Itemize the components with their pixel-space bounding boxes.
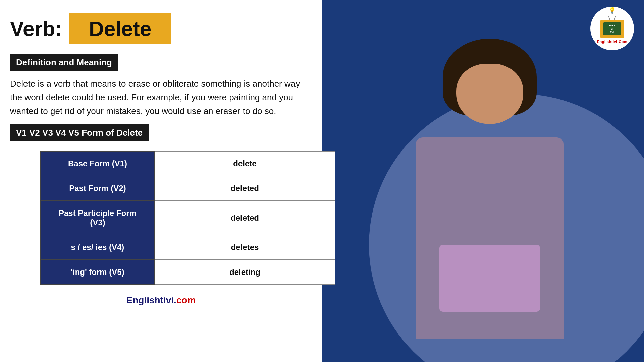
logo-circle: 💡 ENGLITVI Englishtivi.Com [590, 7, 634, 50]
form-value-cell: deleted [155, 201, 335, 235]
table-row: 'ing' form (V5)deleting [41, 260, 335, 285]
verb-word: Delete [89, 17, 151, 40]
antenna-right [614, 16, 616, 20]
student-face [456, 64, 523, 124]
form-label-cell: Past Form (V2) [41, 176, 155, 201]
student-body [416, 137, 564, 339]
antenna-left [608, 16, 610, 20]
form-label-cell: s / es/ ies (V4) [41, 235, 155, 260]
table-row: Past Form (V2)deleted [41, 176, 335, 201]
vforms-heading: V1 V2 V3 V4 V5 Form of Delete [10, 124, 149, 141]
right-panel: 💡 ENGLITVI Englishtivi.Com [322, 0, 644, 362]
table-row: Past Participle Form (V3)deleted [41, 201, 335, 235]
brand-dark: Englishtivi. [126, 295, 176, 305]
table-row: s / es/ ies (V4)deletes [41, 235, 335, 260]
form-label-cell: 'ing' form (V5) [41, 260, 155, 285]
logo-inner: 💡 ENGLITVI Englishtivi.Com [597, 13, 628, 44]
verb-forms-table: Base Form (V1)deletePast Form (V2)delete… [40, 151, 335, 285]
logo-tv-screen: ENGLITVI [603, 22, 621, 35]
footer-brand: Englishtivi.com [10, 295, 312, 306]
definition-text: Delete is a verb that means to erase or … [10, 77, 312, 118]
table-row: Base Form (V1)delete [41, 151, 335, 176]
logo-text: Englishtivi.Com [597, 40, 628, 44]
form-value-cell: deleting [155, 260, 335, 285]
logo-antenna [610, 16, 614, 20]
verb-prefix-label: Verb: [10, 17, 62, 41]
form-value-cell: delete [155, 151, 335, 176]
left-panel: Verb: Delete Definition and Meaning Dele… [0, 0, 322, 362]
logo-tv: ENGLITVI [600, 20, 624, 38]
form-value-cell: deletes [155, 235, 335, 260]
form-label-cell: Past Participle Form (V3) [41, 201, 155, 235]
form-value-cell: deleted [155, 176, 335, 201]
student-figure [362, 37, 617, 362]
logo-bulb-icon: 💡 [608, 7, 616, 14]
student-shirt [439, 245, 540, 312]
brand-red: com [176, 295, 196, 305]
verb-header: Verb: Delete [10, 13, 312, 44]
definition-heading: Definition and Meaning [10, 54, 118, 71]
form-label-cell: Base Form (V1) [41, 151, 155, 176]
verb-word-box: Delete [69, 13, 171, 44]
